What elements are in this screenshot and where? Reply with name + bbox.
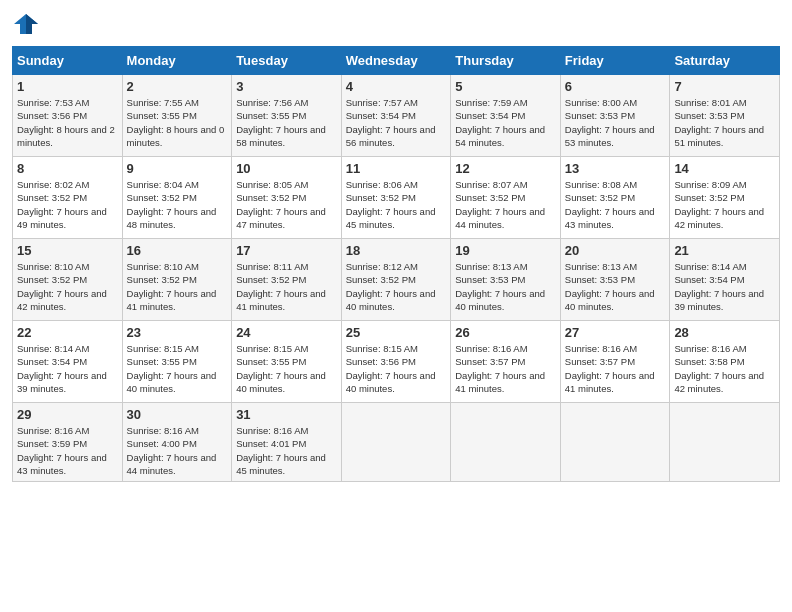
day-info: Sunrise: 8:14 AMSunset: 3:54 PMDaylight:… — [17, 343, 107, 394]
day-info: Sunrise: 8:14 AMSunset: 3:54 PMDaylight:… — [674, 261, 764, 312]
day-info: Sunrise: 8:16 AMSunset: 3:59 PMDaylight:… — [17, 425, 107, 476]
calendar-cell: 3 Sunrise: 7:56 AMSunset: 3:55 PMDayligh… — [232, 75, 342, 157]
day-info: Sunrise: 8:05 AMSunset: 3:52 PMDaylight:… — [236, 179, 326, 230]
day-number: 13 — [565, 161, 666, 176]
calendar-cell — [451, 403, 561, 482]
day-info: Sunrise: 8:13 AMSunset: 3:53 PMDaylight:… — [565, 261, 655, 312]
day-number: 21 — [674, 243, 775, 258]
calendar-cell: 10 Sunrise: 8:05 AMSunset: 3:52 PMDaylig… — [232, 157, 342, 239]
calendar-cell: 18 Sunrise: 8:12 AMSunset: 3:52 PMDaylig… — [341, 239, 451, 321]
calendar-cell: 17 Sunrise: 8:11 AMSunset: 3:52 PMDaylig… — [232, 239, 342, 321]
day-number: 14 — [674, 161, 775, 176]
calendar-cell: 9 Sunrise: 8:04 AMSunset: 3:52 PMDayligh… — [122, 157, 232, 239]
week-row-2: 8 Sunrise: 8:02 AMSunset: 3:52 PMDayligh… — [13, 157, 780, 239]
day-info: Sunrise: 8:04 AMSunset: 3:52 PMDaylight:… — [127, 179, 217, 230]
calendar-cell: 28 Sunrise: 8:16 AMSunset: 3:58 PMDaylig… — [670, 321, 780, 403]
day-info: Sunrise: 8:02 AMSunset: 3:52 PMDaylight:… — [17, 179, 107, 230]
day-number: 24 — [236, 325, 337, 340]
day-info: Sunrise: 8:06 AMSunset: 3:52 PMDaylight:… — [346, 179, 436, 230]
day-number: 15 — [17, 243, 118, 258]
day-info: Sunrise: 8:00 AMSunset: 3:53 PMDaylight:… — [565, 97, 655, 148]
day-info: Sunrise: 8:16 AMSunset: 3:58 PMDaylight:… — [674, 343, 764, 394]
day-number: 25 — [346, 325, 447, 340]
day-number: 10 — [236, 161, 337, 176]
calendar-cell: 21 Sunrise: 8:14 AMSunset: 3:54 PMDaylig… — [670, 239, 780, 321]
calendar-cell: 2 Sunrise: 7:55 AMSunset: 3:55 PMDayligh… — [122, 75, 232, 157]
day-number: 16 — [127, 243, 228, 258]
calendar-cell: 22 Sunrise: 8:14 AMSunset: 3:54 PMDaylig… — [13, 321, 123, 403]
calendar-table: SundayMondayTuesdayWednesdayThursdayFrid… — [12, 46, 780, 482]
svg-marker-1 — [26, 14, 38, 34]
day-number: 7 — [674, 79, 775, 94]
week-row-4: 22 Sunrise: 8:14 AMSunset: 3:54 PMDaylig… — [13, 321, 780, 403]
calendar-cell: 14 Sunrise: 8:09 AMSunset: 3:52 PMDaylig… — [670, 157, 780, 239]
day-info: Sunrise: 8:15 AMSunset: 3:56 PMDaylight:… — [346, 343, 436, 394]
day-number: 6 — [565, 79, 666, 94]
day-number: 8 — [17, 161, 118, 176]
day-number: 29 — [17, 407, 118, 422]
day-info: Sunrise: 8:10 AMSunset: 3:52 PMDaylight:… — [127, 261, 217, 312]
col-header-monday: Monday — [122, 47, 232, 75]
day-info: Sunrise: 7:59 AMSunset: 3:54 PMDaylight:… — [455, 97, 545, 148]
day-info: Sunrise: 7:57 AMSunset: 3:54 PMDaylight:… — [346, 97, 436, 148]
day-number: 4 — [346, 79, 447, 94]
calendar-cell — [670, 403, 780, 482]
day-number: 5 — [455, 79, 556, 94]
day-number: 9 — [127, 161, 228, 176]
week-row-1: 1 Sunrise: 7:53 AMSunset: 3:56 PMDayligh… — [13, 75, 780, 157]
calendar-cell: 13 Sunrise: 8:08 AMSunset: 3:52 PMDaylig… — [560, 157, 670, 239]
day-number: 11 — [346, 161, 447, 176]
day-number: 12 — [455, 161, 556, 176]
day-info: Sunrise: 8:09 AMSunset: 3:52 PMDaylight:… — [674, 179, 764, 230]
day-info: Sunrise: 8:15 AMSunset: 3:55 PMDaylight:… — [127, 343, 217, 394]
day-number: 19 — [455, 243, 556, 258]
calendar-cell: 5 Sunrise: 7:59 AMSunset: 3:54 PMDayligh… — [451, 75, 561, 157]
calendar-cell: 24 Sunrise: 8:15 AMSunset: 3:55 PMDaylig… — [232, 321, 342, 403]
day-info: Sunrise: 8:11 AMSunset: 3:52 PMDaylight:… — [236, 261, 326, 312]
calendar-cell: 16 Sunrise: 8:10 AMSunset: 3:52 PMDaylig… — [122, 239, 232, 321]
calendar-cell: 25 Sunrise: 8:15 AMSunset: 3:56 PMDaylig… — [341, 321, 451, 403]
week-row-5: 29 Sunrise: 8:16 AMSunset: 3:59 PMDaylig… — [13, 403, 780, 482]
logo-icon — [12, 10, 40, 38]
calendar-cell: 12 Sunrise: 8:07 AMSunset: 3:52 PMDaylig… — [451, 157, 561, 239]
day-number: 20 — [565, 243, 666, 258]
calendar-cell: 20 Sunrise: 8:13 AMSunset: 3:53 PMDaylig… — [560, 239, 670, 321]
col-header-tuesday: Tuesday — [232, 47, 342, 75]
col-header-thursday: Thursday — [451, 47, 561, 75]
calendar-cell: 19 Sunrise: 8:13 AMSunset: 3:53 PMDaylig… — [451, 239, 561, 321]
day-info: Sunrise: 8:15 AMSunset: 3:55 PMDaylight:… — [236, 343, 326, 394]
day-number: 30 — [127, 407, 228, 422]
col-header-sunday: Sunday — [13, 47, 123, 75]
calendar-cell: 26 Sunrise: 8:16 AMSunset: 3:57 PMDaylig… — [451, 321, 561, 403]
col-header-saturday: Saturday — [670, 47, 780, 75]
day-number: 28 — [674, 325, 775, 340]
header — [12, 10, 780, 38]
calendar-cell: 6 Sunrise: 8:00 AMSunset: 3:53 PMDayligh… — [560, 75, 670, 157]
calendar-cell: 31 Sunrise: 8:16 AMSunset: 4:01 PMDaylig… — [232, 403, 342, 482]
day-number: 27 — [565, 325, 666, 340]
day-info: Sunrise: 8:10 AMSunset: 3:52 PMDaylight:… — [17, 261, 107, 312]
day-info: Sunrise: 8:16 AMSunset: 3:57 PMDaylight:… — [565, 343, 655, 394]
calendar-cell: 27 Sunrise: 8:16 AMSunset: 3:57 PMDaylig… — [560, 321, 670, 403]
day-info: Sunrise: 7:56 AMSunset: 3:55 PMDaylight:… — [236, 97, 326, 148]
day-info: Sunrise: 8:07 AMSunset: 3:52 PMDaylight:… — [455, 179, 545, 230]
calendar-cell: 11 Sunrise: 8:06 AMSunset: 3:52 PMDaylig… — [341, 157, 451, 239]
day-info: Sunrise: 8:01 AMSunset: 3:53 PMDaylight:… — [674, 97, 764, 148]
calendar-cell: 15 Sunrise: 8:10 AMSunset: 3:52 PMDaylig… — [13, 239, 123, 321]
day-info: Sunrise: 8:08 AMSunset: 3:52 PMDaylight:… — [565, 179, 655, 230]
day-info: Sunrise: 8:16 AMSunset: 3:57 PMDaylight:… — [455, 343, 545, 394]
calendar-cell: 29 Sunrise: 8:16 AMSunset: 3:59 PMDaylig… — [13, 403, 123, 482]
calendar-cell: 1 Sunrise: 7:53 AMSunset: 3:56 PMDayligh… — [13, 75, 123, 157]
day-number: 31 — [236, 407, 337, 422]
day-info: Sunrise: 7:55 AMSunset: 3:55 PMDaylight:… — [127, 97, 225, 148]
header-row: SundayMondayTuesdayWednesdayThursdayFrid… — [13, 47, 780, 75]
day-number: 22 — [17, 325, 118, 340]
calendar-cell: 30 Sunrise: 8:16 AMSunset: 4:00 PMDaylig… — [122, 403, 232, 482]
day-number: 2 — [127, 79, 228, 94]
calendar-cell — [341, 403, 451, 482]
calendar-cell: 23 Sunrise: 8:15 AMSunset: 3:55 PMDaylig… — [122, 321, 232, 403]
col-header-friday: Friday — [560, 47, 670, 75]
calendar-cell: 7 Sunrise: 8:01 AMSunset: 3:53 PMDayligh… — [670, 75, 780, 157]
calendar-cell: 8 Sunrise: 8:02 AMSunset: 3:52 PMDayligh… — [13, 157, 123, 239]
day-number: 17 — [236, 243, 337, 258]
